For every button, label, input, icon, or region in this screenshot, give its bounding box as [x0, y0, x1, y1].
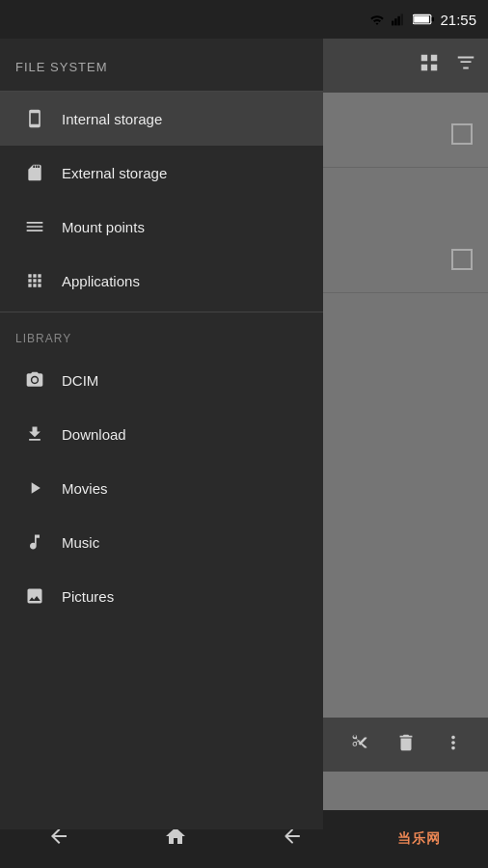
library-section-title: Library	[0, 316, 323, 353]
sidebar-item-mount-points-label: Mount points	[62, 219, 145, 235]
sdcard-icon	[15, 163, 54, 182]
status-icons: 21:55	[368, 12, 476, 28]
svg-rect-6	[415, 15, 430, 22]
sidebar-item-internal-storage[interactable]: Internal storage	[0, 92, 323, 146]
sidebar-item-pictures[interactable]: Pictures	[0, 569, 323, 623]
bottom-action-bar	[323, 718, 488, 772]
sidebar-item-mount-points[interactable]: Mount points	[0, 200, 323, 254]
wifi-icon	[368, 13, 386, 26]
sidebar-item-download[interactable]: Download	[0, 407, 323, 461]
grid-view-icon[interactable]	[419, 52, 440, 79]
signal-icon	[392, 13, 407, 26]
sidebar-item-dcim[interactable]: DCIM	[0, 353, 323, 407]
sidebar-item-music[interactable]: Music	[0, 515, 323, 569]
drawer-filesystem-section: Internal storage External storage Mount …	[0, 92, 323, 829]
more-icon[interactable]	[443, 732, 464, 757]
camera-icon	[15, 370, 54, 390]
sidebar-item-applications-label: Applications	[62, 273, 140, 289]
sidebar-item-music-label: Music	[62, 534, 99, 551]
sidebar-item-dcim-label: DCIM	[62, 372, 98, 389]
mount-icon	[15, 217, 54, 236]
filesystem-header: File system	[15, 60, 108, 74]
sidebar-item-external-storage-label: External storage	[62, 165, 167, 181]
svg-rect-0	[392, 21, 393, 26]
sidebar-item-pictures-label: Pictures	[62, 588, 114, 605]
battery-icon	[413, 14, 434, 25]
phone-icon	[15, 109, 54, 128]
sidebar-item-applications[interactable]: Applications	[0, 254, 323, 308]
svg-rect-1	[395, 18, 397, 25]
sidebar-item-movies[interactable]: Movies	[0, 461, 323, 515]
delete-icon[interactable]	[395, 732, 417, 757]
filter-icon[interactable]	[455, 52, 476, 79]
sidebar-item-internal-storage-label: Internal storage	[62, 111, 162, 127]
brand-text: 当乐网	[397, 830, 441, 848]
music-icon	[15, 532, 54, 552]
file-checkbox-2[interactable]	[451, 249, 473, 270]
pictures-icon	[15, 586, 54, 606]
status-time: 21:55	[440, 12, 476, 28]
sidebar-item-movies-label: Movies	[62, 480, 108, 497]
svg-rect-3	[401, 14, 403, 25]
svg-point-7	[32, 377, 37, 382]
sidebar-item-download-label: Download	[62, 426, 126, 443]
status-bar: 21:55	[0, 0, 488, 39]
download-icon	[15, 424, 54, 444]
cut-icon[interactable]	[348, 732, 369, 757]
apps-icon	[15, 271, 54, 290]
svg-rect-2	[398, 16, 400, 26]
divider	[0, 312, 323, 312]
svg-rect-5	[432, 17, 434, 22]
drawer-header: File system	[0, 39, 323, 92]
movies-icon	[15, 478, 54, 498]
drawer: File system Internal storage External st…	[0, 39, 323, 829]
sidebar-item-external-storage[interactable]: External storage	[0, 146, 323, 200]
file-checkbox[interactable]	[451, 123, 473, 145]
